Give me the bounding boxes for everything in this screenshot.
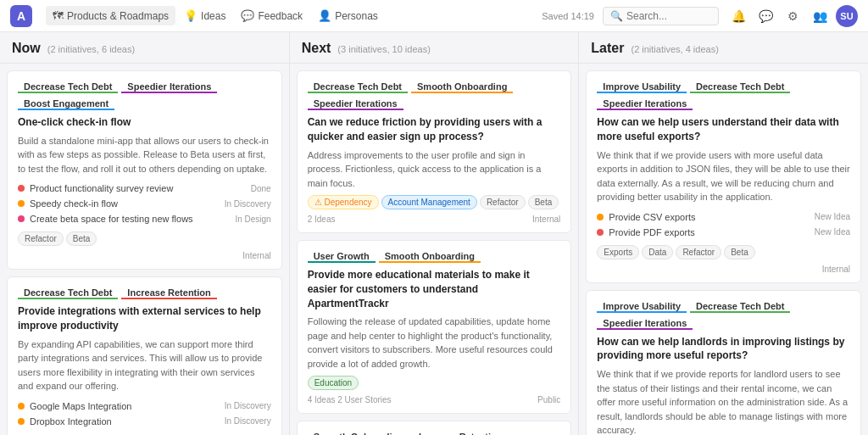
tag-next-2-0[interactable]: User Growth	[308, 249, 376, 263]
pill-later-1-3[interactable]: Beta	[724, 245, 755, 259]
column-header-2: Later(2 initiatives, 4 ideas)	[579, 32, 868, 64]
list-status-now-1-2: In Design	[235, 215, 270, 224]
card-next-3[interactable]: Smooth OnboardingIncrease RetentionCan w…	[297, 421, 572, 435]
card-items-later-1: Provide CSV exportsNew IdeaProvide PDF e…	[597, 209, 850, 240]
list-status-now-2-0: In Discovery	[225, 401, 271, 410]
nav-ideas[interactable]: 💡 Ideas	[177, 6, 232, 25]
column-body-0: Decrease Tech DebtSpeedier IterationsBoo…	[0, 64, 289, 435]
nav-feedback[interactable]: 💬 Feedback	[234, 6, 309, 25]
tag-row-next-3: Smooth OnboardingIncrease Retention	[308, 430, 561, 435]
search-input[interactable]	[626, 10, 711, 22]
card-now-2[interactable]: Decrease Tech DebtIncrease RetentionProv…	[7, 276, 282, 435]
list-dot-now-2-1	[18, 418, 25, 425]
pill-next-2-0[interactable]: Education	[308, 376, 359, 390]
list-dot-now-1-0	[18, 185, 25, 192]
card-desc-now-1: Build a standalone mini-app that allows …	[18, 134, 271, 176]
footer-right-next-2: Public	[537, 395, 560, 404]
tag-later-2-1[interactable]: Decrease Tech Debt	[690, 299, 790, 313]
nav-personas[interactable]: 👤 Personas	[311, 6, 385, 25]
nav-products-roadmaps[interactable]: 🗺 Products & Roadmaps	[46, 6, 175, 25]
column-header-row-2: Later(2 initiatives, 4 ideas)	[591, 41, 856, 56]
avatar[interactable]: SU	[836, 5, 858, 27]
nav-right: Saved 14:19 🔍 🔔 💬 ⚙ 👥 SU	[542, 5, 858, 27]
pill-next-1-0[interactable]: ⚠ Dependency	[308, 195, 379, 209]
card-title-next-1: Can we reduce friction by providing user…	[308, 115, 561, 144]
tag-now-1-1[interactable]: Speedier Iterations	[121, 80, 217, 93]
app-logo[interactable]: A	[10, 5, 32, 27]
list-item-later-1-1[interactable]: Provide PDF exportsNew Idea	[597, 225, 850, 240]
tag-next-1-2[interactable]: Speedier Iterations	[308, 97, 403, 110]
pill-later-1-2[interactable]: Refactor	[676, 245, 721, 259]
nav-feedback-label: Feedback	[258, 10, 303, 22]
column-title-0: Now	[12, 41, 41, 56]
pill-later-1-0[interactable]: Exports	[597, 245, 639, 259]
tag-later-1-2[interactable]: Speedier Iterations	[597, 97, 693, 110]
tag-row-now-1: Decrease Tech DebtSpeedier IterationsBoo…	[18, 80, 271, 110]
tag-next-2-1[interactable]: Smooth Onboarding	[379, 249, 481, 263]
pill-next-1-1[interactable]: Account Management	[381, 195, 477, 209]
tag-later-1-0[interactable]: Improve Usability	[597, 80, 687, 93]
list-item-now-2-0[interactable]: Google Maps IntegrationIn Discovery	[18, 399, 271, 414]
card-footer-now-1: Internal	[18, 251, 271, 260]
card-title-now-1: One-click check-in flow	[18, 115, 271, 130]
tag-later-2-0[interactable]: Improve Usability	[597, 299, 687, 313]
list-label-later-1-0: Provide CSV exports	[609, 212, 695, 222]
tag-next-3-1[interactable]: Increase Retention	[413, 430, 508, 435]
list-item-later-1-0[interactable]: Provide CSV exportsNew Idea	[597, 209, 850, 225]
pill-now-1-0[interactable]: Refactor	[18, 231, 64, 246]
pill-now-1-1[interactable]: Beta	[66, 231, 97, 246]
settings-icon[interactable]: ⚙	[782, 5, 804, 27]
notifications-icon[interactable]: 🔔	[727, 5, 749, 27]
card-title-now-2: Provide integrations with external servi…	[18, 304, 271, 333]
card-footer-next-1: 2 IdeasInternal	[308, 215, 561, 224]
column-later: Later(2 initiatives, 4 ideas)Improve Usa…	[579, 32, 868, 435]
pill-next-1-3[interactable]: Beta	[528, 195, 559, 209]
column-header-row-1: Next(3 initiatives, 10 ideas)	[302, 41, 567, 56]
column-meta-2: (2 initiatives, 4 ideas)	[631, 44, 718, 54]
card-title-later-2: How can we help landlords in improving l…	[597, 335, 850, 364]
list-label-now-1-1: Speedy check-in flow	[30, 198, 118, 209]
footer-right-later-1: Internal	[822, 265, 850, 274]
tag-next-1-0[interactable]: Decrease Tech Debt	[308, 80, 408, 93]
card-footer-later-1: Internal	[597, 265, 850, 274]
feedback-icon: 💬	[241, 9, 254, 22]
card-later-1[interactable]: Improve UsabilityDecrease Tech DebtSpeed…	[586, 70, 861, 283]
card-next-2[interactable]: User GrowthSmooth OnboardingProvide more…	[297, 240, 572, 414]
list-item-now-1-2[interactable]: Create beta space for testing new flowsI…	[18, 211, 271, 226]
messages-icon[interactable]: 💬	[754, 5, 776, 27]
top-navigation: A 🗺 Products & Roadmaps 💡 Ideas 💬 Feedba…	[0, 0, 868, 32]
card-title-later-1: How can we help users understand their d…	[597, 115, 850, 144]
tag-now-2-0[interactable]: Decrease Tech Debt	[18, 286, 118, 299]
card-next-1[interactable]: Decrease Tech DebtSmooth OnboardingSpeed…	[297, 70, 572, 233]
tag-now-1-0[interactable]: Decrease Tech Debt	[18, 80, 118, 93]
tag-now-1-2[interactable]: Boost Engagement	[18, 97, 114, 110]
card-later-2[interactable]: Improve UsabilityDecrease Tech DebtSpeed…	[586, 290, 861, 435]
footer-right-now-1: Internal	[242, 251, 270, 260]
column-body-2: Improve UsabilityDecrease Tech DebtSpeed…	[579, 64, 868, 435]
card-desc-later-1: We think that if we provide users with m…	[597, 148, 850, 204]
nav-personas-label: Personas	[335, 10, 378, 22]
tag-now-2-1[interactable]: Increase Retention	[121, 286, 216, 299]
tag-next-1-1[interactable]: Smooth Onboarding	[411, 80, 513, 93]
footer-pills-next-2: Education	[308, 376, 561, 390]
list-item-now-1-0[interactable]: Product functionality survey reviewDone	[18, 181, 271, 196]
pill-next-1-2[interactable]: Refactor	[480, 195, 526, 209]
card-title-next-2: Provide more educational materials to ma…	[308, 268, 561, 310]
tag-next-3-0[interactable]: Smooth Onboarding	[308, 430, 409, 435]
tag-later-1-1[interactable]: Decrease Tech Debt	[690, 80, 790, 93]
column-meta-0: (2 initiatives, 6 ideas)	[47, 44, 135, 54]
list-dot-now-2-0	[18, 403, 25, 410]
tag-later-2-2[interactable]: Speedier Iterations	[597, 316, 693, 330]
list-label-now-2-0: Google Maps Integration	[30, 401, 131, 411]
list-item-now-2-1[interactable]: Dropbox IntegrationIn Discovery	[18, 414, 271, 429]
team-icon[interactable]: 👥	[809, 5, 831, 27]
card-items-now-1: Product functionality survey reviewDoneS…	[18, 181, 271, 226]
nav-ideas-label: Ideas	[201, 10, 225, 22]
card-desc-now-2: By expanding API capabilities, we can su…	[18, 337, 271, 393]
list-label-later-1-1: Provide PDF exports	[609, 227, 694, 237]
list-item-now-1-1[interactable]: Speedy check-in flowIn Discovery	[18, 196, 271, 211]
column-header-row-0: Now(2 initiatives, 6 ideas)	[12, 41, 277, 56]
search-box[interactable]: 🔍	[603, 7, 719, 25]
card-now-1[interactable]: Decrease Tech DebtSpeedier IterationsBoo…	[7, 70, 282, 270]
pill-later-1-1[interactable]: Data	[642, 245, 673, 259]
